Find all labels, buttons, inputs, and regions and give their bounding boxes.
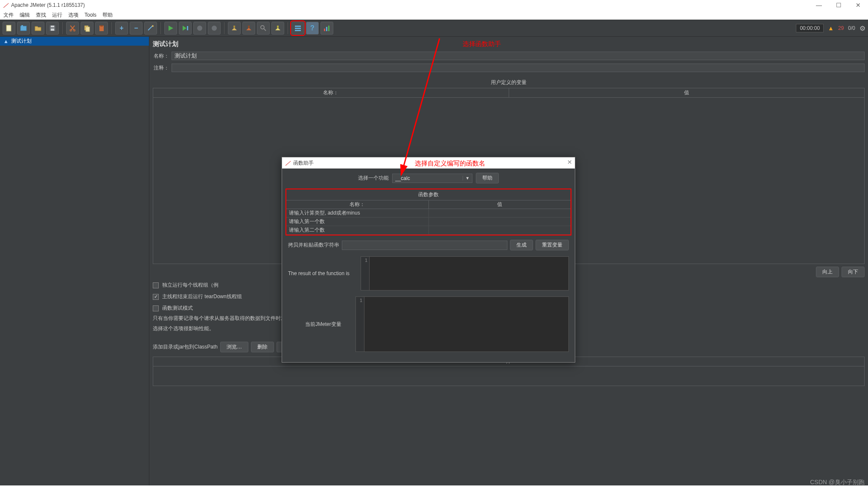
param-value-2[interactable]: [429, 226, 571, 234]
name-label: 名称：: [153, 52, 169, 60]
svg-rect-25: [328, 26, 329, 31]
classpath-label: 添加目录或jar包到ClassPath: [153, 343, 218, 351]
chk-teardown[interactable]: ✓: [153, 294, 159, 300]
generate-button[interactable]: 生成: [510, 240, 533, 250]
result-label: The result of the function is: [288, 270, 356, 276]
param-name-0: 请输入计算类型, add或者minus: [286, 209, 429, 217]
reset-search-button[interactable]: [271, 22, 284, 35]
chk-independent-label: 独立运行每个线程组（例: [162, 282, 218, 289]
move-up-button[interactable]: 向上: [816, 267, 839, 277]
watermark: CSDN @臭小子别跑: [810, 479, 865, 486]
flask-icon: ▲: [3, 38, 9, 44]
clear-all-button[interactable]: [242, 22, 255, 35]
copy-button[interactable]: [81, 22, 93, 35]
lib-list[interactable]: [153, 366, 865, 386]
comment-label: 注释：: [153, 64, 169, 72]
svg-rect-0: [6, 25, 11, 31]
param-col-name: 名称：: [286, 200, 429, 209]
menu-help[interactable]: 帮助: [102, 12, 113, 19]
shutdown-button[interactable]: [208, 22, 221, 35]
delete-button[interactable]: 删除: [251, 342, 274, 352]
dialog-titlebar: ／ 函数助手 ✕: [282, 157, 575, 168]
jmeter-vars-label: 当前JMeter变量: [305, 321, 351, 328]
chk-teardown-label: 主线程结束后运行 tearDown线程组: [162, 293, 242, 300]
param-value-1[interactable]: [429, 218, 571, 226]
vars-col-name: 名称：: [153, 88, 509, 97]
chevron-down-icon[interactable]: ▼: [463, 176, 472, 180]
tree-root-test-plan[interactable]: ▲ 测试计划: [0, 37, 149, 46]
collapse-button[interactable]: −: [130, 22, 143, 35]
expand-button[interactable]: +: [115, 22, 128, 35]
dialog-logo-icon: ／: [285, 160, 291, 167]
report-button[interactable]: [320, 22, 333, 35]
jmeter-vars-textarea[interactable]: 1: [355, 296, 569, 352]
stop-button[interactable]: [193, 22, 206, 35]
menu-file[interactable]: 文件: [3, 12, 14, 19]
dialog-title: 函数助手: [293, 160, 314, 167]
svg-point-15: [212, 26, 217, 31]
dialog-close-button[interactable]: ✕: [567, 159, 572, 166]
menu-run[interactable]: 运行: [52, 12, 62, 19]
start-no-timers-button[interactable]: [179, 22, 192, 35]
help-button[interactable]: ?: [306, 22, 319, 35]
chk-independent[interactable]: [153, 282, 159, 288]
name-input[interactable]: [172, 52, 865, 60]
svg-rect-5: [51, 29, 54, 31]
function-helper-dialog: ／ 函数助手 ✕ 选择一个功能 ▼ 帮助 函数参数 名称： 值 请输入计算类型,…: [282, 157, 575, 363]
new-button[interactable]: [3, 22, 15, 35]
svg-rect-21: [295, 28, 301, 29]
start-button[interactable]: [164, 22, 177, 35]
params-highlight-box: 函数参数 名称： 值 请输入计算类型, add或者minus 请输入第一个数 请…: [285, 189, 571, 235]
function-select[interactable]: ▼: [392, 174, 472, 183]
window-maximize-button[interactable]: ☐: [829, 0, 848, 10]
browse-button[interactable]: 浏览…: [220, 342, 248, 352]
comment-input[interactable]: [172, 64, 865, 72]
function-helper-button[interactable]: [291, 22, 304, 35]
search-button[interactable]: [257, 22, 270, 35]
window-titlebar: ／ Apache JMeter (5.1.1 r1855137) — ☐ ✕: [0, 0, 868, 10]
params-title: 函数参数: [286, 189, 571, 200]
svg-rect-2: [21, 25, 23, 26]
window-close-button[interactable]: ✕: [848, 0, 868, 10]
reset-vars-button[interactable]: 重置变量: [536, 240, 569, 250]
elapsed-time: 00:00:00: [796, 24, 824, 32]
settings-icon[interactable]: ⚙: [859, 24, 865, 32]
select-function-label: 选择一个功能: [358, 174, 389, 182]
window-title: Apache JMeter (5.1.1 r1855137): [11, 2, 85, 8]
gen-output[interactable]: [342, 241, 507, 250]
svg-rect-1: [20, 26, 26, 31]
menu-search[interactable]: 查找: [36, 12, 46, 19]
save-button[interactable]: [46, 22, 59, 35]
templates-button[interactable]: [17, 22, 30, 35]
gen-label: 拷贝并粘贴函数字符串: [288, 241, 339, 249]
svg-point-18: [261, 26, 264, 29]
param-row-0[interactable]: 请输入计算类型, add或者minus: [286, 209, 571, 218]
paste-button[interactable]: [95, 22, 108, 35]
vars-col-value: 值: [509, 88, 865, 97]
cut-button[interactable]: [66, 22, 79, 35]
toggle-button[interactable]: [144, 22, 157, 35]
svg-rect-20: [295, 26, 301, 27]
move-down-button[interactable]: 向下: [842, 267, 865, 277]
svg-point-12: [152, 25, 154, 27]
vars-section-title: 用户定义的变量: [153, 77, 865, 88]
menu-options[interactable]: 选项: [68, 12, 79, 19]
window-minimize-button[interactable]: —: [809, 0, 829, 10]
dialog-help-button[interactable]: 帮助: [476, 173, 499, 183]
open-button[interactable]: [32, 22, 44, 35]
chk-functest-label: 函数测试模式: [162, 305, 193, 312]
svg-rect-11: [100, 25, 103, 26]
menu-tools[interactable]: Tools: [84, 12, 96, 18]
clear-button[interactable]: [228, 22, 241, 35]
warning-icon[interactable]: ▲: [828, 25, 834, 32]
result-textarea[interactable]: 1: [361, 256, 569, 290]
svg-rect-24: [326, 27, 327, 31]
chk-functest[interactable]: [153, 305, 159, 311]
svg-rect-16: [233, 26, 235, 28]
menu-edit[interactable]: 编辑: [20, 12, 30, 19]
param-value-0[interactable]: [429, 209, 571, 217]
param-row-2[interactable]: 请输入第二个数: [286, 226, 571, 235]
param-col-value: 值: [429, 200, 571, 209]
function-select-value[interactable]: [393, 175, 463, 181]
param-row-1[interactable]: 请输入第一个数: [286, 218, 571, 226]
